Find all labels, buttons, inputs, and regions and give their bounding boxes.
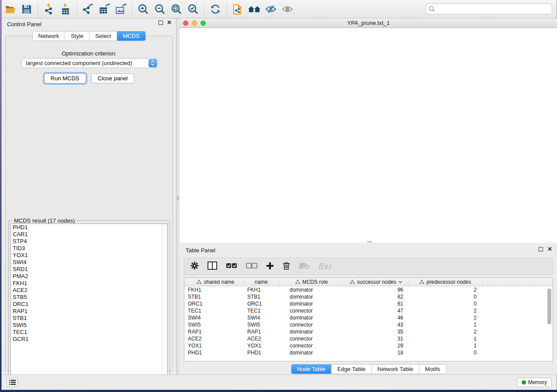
tab-network-table[interactable]: Network Table [372, 364, 419, 374]
table-row[interactable]: PHD1PHD1dominator180 [184, 349, 553, 356]
function-icon[interactable]: f(x) [318, 262, 331, 271]
mcds-result-item[interactable]: GCR1 [11, 336, 167, 343]
mcds-result-item[interactable]: STB5 [11, 294, 167, 301]
search-field[interactable] [426, 3, 552, 14]
mcds-result-item[interactable]: RAP1 [11, 308, 167, 315]
zoom-out-icon[interactable] [152, 2, 167, 17]
scrollbar-thumb[interactable] [547, 289, 551, 324]
mcds-result-item[interactable]: YOX1 [11, 252, 167, 259]
network-canvas[interactable] [180, 28, 557, 243]
tab-motifs[interactable]: Motifs [419, 364, 446, 374]
mcds-result-item[interactable]: ORC1 [11, 301, 167, 308]
table-row[interactable]: SWI5SWI5connector431 [184, 321, 553, 328]
zoom-selected-icon[interactable] [186, 2, 201, 17]
toolbar-separator [226, 3, 227, 16]
mcds-result-item[interactable]: PHD1 [11, 224, 167, 231]
tab-edge-table[interactable]: Edge Table [332, 364, 372, 374]
table-row[interactable]: ACE2ACE2connector311 [184, 335, 553, 342]
table-panel-tabs: Node Table Edge Table Network Table Moti… [291, 364, 446, 374]
close-panel-icon[interactable]: ✕ [167, 21, 172, 25]
mcds-result-item[interactable]: FKH1 [11, 280, 167, 287]
mcds-result-item[interactable]: SRD1 [11, 266, 167, 273]
table-cell: 47 [344, 308, 408, 314]
mcds-result-list[interactable]: PHD1CAR1STP4TID3YOX1SWI4SRD1PMA2FKH1ACE2… [10, 224, 168, 381]
task-history-button[interactable] [7, 378, 18, 387]
delete-icon[interactable] [283, 261, 290, 271]
memory-button[interactable]: Memory [517, 378, 552, 387]
table-cell: YOX1 [244, 343, 279, 349]
table-row[interactable]: STB1STB1dominator620 [184, 293, 553, 300]
tab-style[interactable]: Style [65, 31, 90, 41]
table-row[interactable]: RAP1RAP1dominator352 [184, 328, 553, 335]
status-bar: Memory [2, 375, 557, 390]
import-table-icon[interactable] [58, 2, 73, 17]
split-handle[interactable] [177, 196, 179, 200]
mcds-result-item[interactable]: TID3 [11, 245, 167, 252]
tab-network[interactable]: Network [32, 31, 65, 41]
column-header-name[interactable]: name [244, 278, 279, 286]
zoom-in-icon[interactable] [136, 2, 151, 17]
tab-node-table[interactable]: Node Table [291, 364, 332, 374]
mcds-result-item[interactable]: STP4 [11, 238, 167, 245]
vertical-split-divider[interactable] [176, 18, 180, 375]
mcds-result-item[interactable]: PMA2 [11, 273, 167, 280]
run-mcds-button[interactable]: Run MCDS [44, 73, 86, 83]
mcds-result-item[interactable]: STB1 [11, 315, 167, 322]
table-row[interactable]: TEC1TEC1connector472 [184, 307, 553, 314]
import-network-icon[interactable] [42, 2, 56, 17]
tree-icon [295, 280, 300, 284]
memory-label: Memory [528, 379, 547, 385]
save-session-icon[interactable] [19, 2, 34, 17]
mcds-result-item[interactable]: ACE2 [11, 287, 167, 294]
export-table-icon[interactable] [97, 2, 112, 17]
table-cell: ORC1 [184, 301, 244, 307]
eye-icon[interactable] [280, 2, 295, 17]
float-panel-icon[interactable] [539, 247, 543, 251]
optimization-criterion-select[interactable]: largest connected component (undirected) [21, 58, 158, 68]
tab-select[interactable]: Select [90, 31, 117, 41]
delete-table-icon[interactable] [299, 262, 309, 271]
table-cell: RAP1 [244, 329, 279, 335]
table-row[interactable]: ORC1ORC1dominator610 [184, 300, 553, 307]
deselect-all-icon[interactable] [246, 263, 257, 270]
gear-icon[interactable] [190, 261, 199, 271]
table-cell: 31 [344, 336, 408, 342]
open-session-icon[interactable] [3, 2, 17, 17]
table-row[interactable]: FKH1FKH1dominator962 [184, 286, 553, 293]
add-icon[interactable] [266, 262, 274, 271]
mcds-result-item[interactable]: SWI4 [11, 259, 167, 266]
houses-icon[interactable] [247, 2, 262, 17]
zoom-fit-icon[interactable] [169, 2, 184, 17]
table-scrollbar[interactable] [547, 289, 552, 360]
mcds-result-title: MCDS result (17 nodes) [12, 217, 76, 224]
export-image-icon[interactable] [114, 2, 128, 17]
column-header-shared-name[interactable]: shared name [184, 278, 244, 286]
column-header-successor-nodes[interactable]: successor nodes [344, 278, 408, 286]
export-network-icon[interactable] [80, 2, 95, 17]
table-cell: 0 [408, 350, 483, 356]
column-header-mcds-role[interactable]: MCDS role [279, 278, 344, 286]
network-view-titlebar: YPA_prune.txt_1 [180, 18, 557, 28]
toolbar-separator [204, 3, 204, 16]
table-cell: 18 [344, 350, 408, 356]
table-cell: 43 [344, 322, 408, 328]
close-panel-icon[interactable]: ✕ [547, 247, 552, 251]
network-view-title: YPA_prune.txt_1 [180, 20, 557, 26]
mcds-result-item[interactable]: CAR1 [11, 231, 167, 238]
mcds-result-item[interactable]: SWI5 [11, 322, 167, 329]
scrollbar-track[interactable] [162, 224, 167, 380]
application-window: Control Panel ✕ Network Style Select MCD… [1, 0, 557, 390]
tab-mcds[interactable]: MCDS [117, 31, 145, 41]
eye-slash-icon[interactable] [263, 2, 278, 17]
ndex-document-icon[interactable] [230, 2, 245, 17]
column-header-predecessor-nodes[interactable]: predecessor nodes [408, 278, 483, 286]
search-input[interactable] [437, 6, 549, 12]
float-panel-icon[interactable] [159, 21, 163, 25]
close-panel-button[interactable]: Close panel [91, 73, 135, 83]
columns-icon[interactable] [208, 261, 217, 271]
mcds-result-item[interactable]: TEC1 [11, 329, 167, 336]
refresh-icon[interactable] [208, 2, 223, 17]
table-row[interactable]: YOX1YOX1connector291 [184, 342, 553, 349]
select-all-icon[interactable] [226, 263, 237, 270]
table-row[interactable]: SWI4SWI4dominator462 [184, 314, 553, 321]
